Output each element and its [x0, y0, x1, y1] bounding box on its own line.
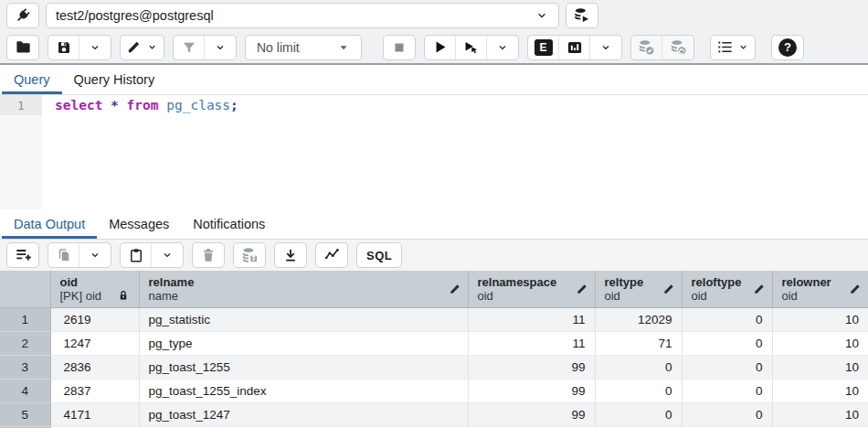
cell-relname[interactable]: pg_type [139, 331, 468, 355]
column-header-relowner[interactable]: relowner oid [772, 271, 868, 307]
cell-oid[interactable]: 2619 [50, 307, 139, 331]
row-limit-select[interactable]: No limit [245, 35, 362, 60]
tab-query-history[interactable]: Query History [62, 65, 167, 94]
graph-visualiser-button[interactable] [315, 242, 348, 268]
chevron-down-icon [89, 249, 101, 262]
row-number[interactable]: 2 [0, 331, 50, 355]
explain-options-dropdown[interactable] [590, 36, 621, 59]
paste-button[interactable] [121, 243, 152, 267]
macros-button[interactable] [710, 35, 756, 60]
cell-oid[interactable]: 1247 [50, 331, 139, 355]
row-number[interactable]: 5 [0, 402, 50, 426]
cell-relowner[interactable]: 10 [772, 355, 868, 379]
cell-reloftype[interactable]: 0 [682, 379, 772, 402]
cell-relname[interactable]: pg_toast_1255_index [139, 379, 468, 402]
cell-relname[interactable]: pg_toast_1247 [139, 402, 468, 426]
column-header-reloftype[interactable]: reloftype oid [682, 271, 772, 307]
paste-options-dropdown[interactable] [152, 243, 183, 267]
edit-pencil-icon [449, 283, 461, 295]
cell-relowner[interactable]: 10 [772, 331, 868, 355]
download-results-button[interactable] [274, 242, 307, 268]
cell-relnamespace[interactable]: 99 [468, 355, 595, 379]
column-header-oid[interactable]: oid [PK] oid [50, 271, 139, 307]
cell-reloftype[interactable]: 0 [682, 402, 772, 426]
execute-button-group [424, 35, 519, 60]
cell-reloftype[interactable]: 0 [682, 331, 772, 355]
show-sql-button[interactable]: SQL [356, 242, 402, 268]
edit-menu-button[interactable] [120, 35, 164, 60]
connection-select-value: test2/postgres@postgresql [56, 8, 214, 23]
cell-reltype[interactable]: 0 [595, 355, 682, 379]
result-table: oid [PK] oid relname name re [0, 271, 868, 428]
filter-options-dropdown[interactable] [205, 36, 236, 59]
connection-select[interactable]: test2/postgres@postgresql [46, 3, 559, 28]
copy-options-dropdown[interactable] [79, 243, 111, 267]
column-header-relname[interactable]: relname name [139, 271, 468, 307]
cell-relname[interactable]: pg_statistic [139, 307, 468, 331]
execute-button[interactable] [425, 36, 456, 59]
row-number[interactable]: 1 [0, 307, 50, 331]
cell-reltype[interactable]: 71 [595, 331, 682, 355]
cell-relname[interactable]: pg_toast_1255 [139, 355, 468, 379]
cell-relnamespace[interactable]: 11 [468, 307, 595, 331]
cell-reltype[interactable]: 0 [595, 379, 682, 402]
tab-data-output-label: Data Output [14, 217, 85, 231]
connection-status-button[interactable] [6, 3, 39, 28]
tab-notifications[interactable]: Notifications [181, 209, 277, 239]
cell-reloftype[interactable]: 0 [682, 355, 772, 379]
table-row: 2 1247 pg_type 11 71 0 10 [0, 331, 868, 355]
add-row-button[interactable] [6, 242, 39, 268]
delete-row-button[interactable] [192, 242, 225, 268]
lock-icon [117, 289, 130, 302]
sql-identifier: pg_class [159, 98, 231, 112]
execute-current-button[interactable] [456, 36, 487, 59]
chevron-down-icon [161, 249, 174, 262]
copy-icon [56, 247, 72, 263]
open-file-button[interactable] [6, 35, 39, 60]
cell-reltype[interactable]: 0 [595, 402, 682, 426]
copy-button[interactable] [48, 243, 79, 267]
sql-editor[interactable]: 1 select * from pg_class; [0, 95, 868, 209]
cell-relnamespace[interactable]: 99 [468, 402, 595, 426]
save-file-button[interactable] [48, 36, 79, 59]
help-button[interactable]: ? [771, 35, 804, 60]
table-row: 5 4171 pg_toast_1247 99 0 0 10 [0, 402, 868, 426]
cell-relnamespace[interactable]: 11 [468, 331, 595, 355]
new-connection-button[interactable] [566, 3, 598, 28]
sql-operator: * [102, 98, 126, 112]
save-data-button[interactable] [233, 242, 266, 268]
explain-button[interactable]: E [528, 36, 559, 59]
chevron-down-icon [214, 41, 227, 54]
cell-reloftype[interactable]: 0 [682, 307, 772, 331]
tab-messages[interactable]: Messages [97, 209, 181, 239]
rollback-button[interactable] [662, 36, 693, 59]
column-header-reltype[interactable]: reltype oid [595, 271, 682, 307]
cell-oid[interactable]: 2837 [50, 379, 139, 402]
row-number[interactable]: 3 [0, 355, 50, 379]
save-options-dropdown[interactable] [79, 36, 111, 59]
cancel-query-button[interactable] [383, 35, 416, 60]
cell-relowner[interactable]: 10 [772, 379, 868, 402]
cell-relowner[interactable]: 10 [772, 402, 868, 426]
cell-oid[interactable]: 2836 [50, 355, 139, 379]
save-button-group [48, 35, 111, 60]
edit-pencil-icon [753, 283, 766, 295]
explain-icon: E [535, 39, 553, 56]
folder-icon [15, 38, 32, 56]
row-number[interactable]: 4 [0, 379, 50, 402]
pencil-icon [126, 39, 142, 55]
execute-options-dropdown[interactable] [487, 36, 518, 59]
tab-data-output[interactable]: Data Output [2, 209, 97, 239]
cell-relowner[interactable]: 10 [772, 307, 868, 331]
cell-reltype[interactable]: 12029 [595, 307, 682, 331]
filter-button[interactable] [174, 36, 205, 59]
column-header-relnamespace[interactable]: relnamespace oid [468, 271, 595, 307]
select-all-header[interactable] [0, 271, 50, 307]
explain-analyze-button[interactable] [559, 36, 590, 59]
commit-button[interactable] [631, 36, 662, 59]
tab-query[interactable]: Query [2, 65, 62, 94]
edit-pencil-icon [662, 283, 675, 295]
cell-relnamespace[interactable]: 99 [468, 379, 595, 402]
connection-bar: test2/postgres@postgresql [0, 0, 868, 31]
cell-oid[interactable]: 4171 [50, 402, 139, 426]
